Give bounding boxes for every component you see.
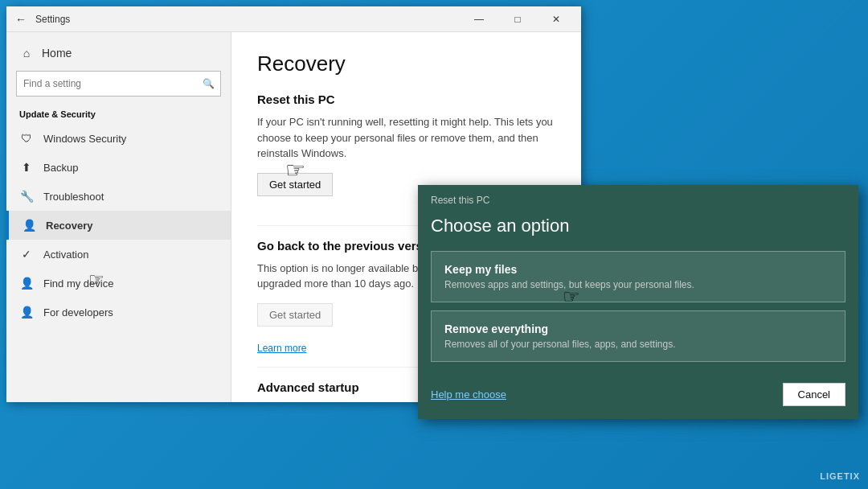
- dialog-title-text: Reset this PC: [431, 195, 489, 206]
- backup-icon: ⬆: [19, 161, 34, 174]
- remove-everything-desc: Removes all of your personal files, apps…: [444, 339, 832, 350]
- reset-section-title: Reset this PC: [257, 92, 555, 106]
- dialog-title-bar: Reset this PC: [418, 185, 858, 211]
- reset-section-desc: If your PC isn't running well, resetting…: [257, 114, 555, 162]
- close-button[interactable]: ✕: [538, 6, 575, 32]
- cancel-button[interactable]: Cancel: [783, 383, 845, 406]
- page-title: Recovery: [257, 51, 555, 76]
- dialog-heading: Choose an option: [418, 211, 858, 251]
- sidebar-item-troubleshoot-label: Troubleshoot: [43, 191, 104, 203]
- dialog-footer: Help me choose Cancel: [418, 370, 858, 419]
- find-device-icon: 👤: [19, 277, 34, 290]
- sidebar-heading: Update & Security: [6, 103, 231, 124]
- sidebar-item-find-my-device[interactable]: 👤 Find my device: [6, 269, 231, 298]
- sidebar-item-troubleshoot[interactable]: 🔧 Troubleshoot: [6, 182, 231, 211]
- maximize-button[interactable]: □: [499, 6, 536, 32]
- sidebar-item-activation-label: Activation: [43, 249, 88, 261]
- sidebar: ⌂ Home 🔍 Update & Security 🛡 Windows Sec…: [6, 32, 231, 402]
- watermark: LIGETIX: [820, 471, 860, 481]
- search-input[interactable]: [16, 71, 221, 97]
- troubleshoot-icon: 🔧: [19, 190, 34, 203]
- sidebar-item-developers-label: For developers: [43, 306, 113, 318]
- sidebar-home-label: Home: [42, 47, 72, 60]
- help-me-choose-link[interactable]: Help me choose: [431, 388, 506, 401]
- windows-security-icon: 🛡: [19, 132, 34, 145]
- sidebar-item-windows-security[interactable]: 🛡 Windows Security: [6, 124, 231, 153]
- remove-everything-title: Remove everything: [444, 323, 832, 335]
- dialog-option-keep-files[interactable]: Keep my files Removes apps and settings,…: [431, 251, 845, 302]
- keep-files-desc: Removes apps and settings, but keeps you…: [444, 279, 832, 290]
- recovery-icon: 👤: [22, 219, 36, 232]
- go-back-get-started-button[interactable]: Get started: [257, 303, 333, 327]
- sidebar-item-recovery-label: Recovery: [46, 220, 93, 232]
- developers-icon: 👤: [19, 306, 34, 318]
- activation-icon: ✓: [19, 248, 34, 261]
- sidebar-item-recovery[interactable]: 👤 Recovery: [6, 211, 231, 240]
- sidebar-home-item[interactable]: ⌂ Home: [6, 39, 231, 68]
- window-controls: — □ ✕: [461, 6, 575, 32]
- keep-files-title: Keep my files: [444, 263, 832, 276]
- sidebar-item-backup-label: Backup: [43, 162, 78, 174]
- sidebar-item-find-device-label: Find my device: [43, 277, 113, 290]
- home-icon: ⌂: [19, 47, 34, 60]
- search-icon: 🔍: [203, 78, 215, 89]
- sidebar-item-windows-security-label: Windows Security: [43, 133, 126, 145]
- reset-get-started-button[interactable]: Get started: [257, 173, 333, 196]
- sidebar-item-activation[interactable]: ✓ Activation: [6, 240, 231, 269]
- reset-dialog: Reset this PC Choose an option Keep my f…: [418, 185, 858, 419]
- back-button[interactable]: ←: [13, 11, 29, 27]
- title-bar: ← Settings — □ ✕: [6, 6, 581, 32]
- window-title: Settings: [35, 14, 70, 25]
- sidebar-item-backup[interactable]: ⬆ Backup: [6, 153, 231, 182]
- sidebar-search-container: 🔍: [16, 71, 221, 97]
- sidebar-item-for-developers[interactable]: 👤 For developers: [6, 298, 231, 327]
- dialog-option-remove-everything[interactable]: Remove everything Removes all of your pe…: [431, 310, 845, 362]
- minimize-button[interactable]: —: [461, 6, 497, 32]
